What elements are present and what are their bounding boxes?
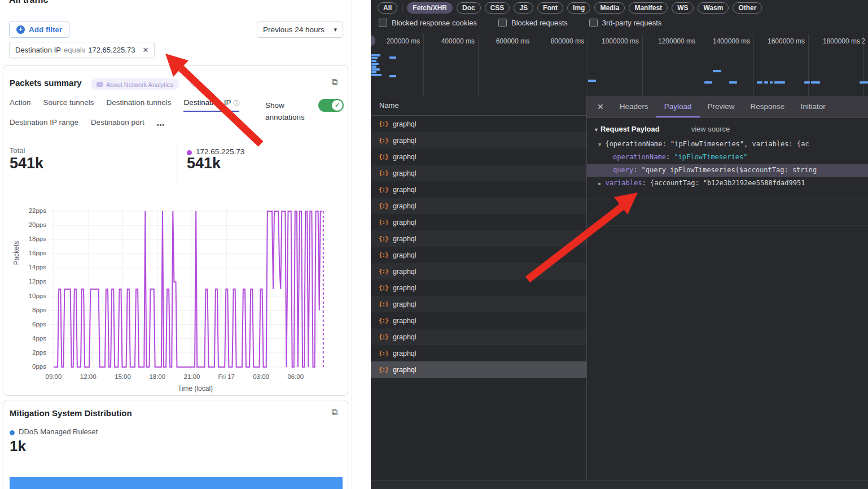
x-tick-label: 09:00: [38, 373, 69, 380]
checkbox-box[interactable]: [498, 19, 507, 27]
request-name: graphql: [393, 202, 417, 210]
tab-destination-ip-range[interactable]: Destination IP range: [10, 118, 78, 131]
tab-action[interactable]: Action: [10, 98, 31, 112]
request-row-graphql[interactable]: {:}graphql: [371, 280, 586, 296]
payload-line[interactable]: operationName: "ipFlowTimeseries": [587, 151, 868, 164]
checkbox-box[interactable]: [379, 19, 387, 27]
packets-summary-title: Packets summary: [10, 78, 82, 88]
filter-chip[interactable]: Destination IP equals 172.65.225.73 ✕: [9, 42, 155, 58]
waterfall-mark: [371, 71, 376, 73]
request-row-graphql[interactable]: {:}graphql: [371, 247, 586, 263]
request-name: graphql: [393, 219, 417, 226]
json-request-icon: {:}: [379, 219, 388, 226]
request-name: graphql: [393, 186, 417, 194]
name-column-header[interactable]: Name: [371, 96, 586, 116]
time-range-select[interactable]: Previous 24 hours ▾: [257, 21, 343, 38]
remove-filter-icon[interactable]: ✕: [142, 46, 148, 54]
total-label: Total: [10, 146, 25, 155]
toggle-knob: ✓: [332, 100, 343, 111]
tab-source-tunnels[interactable]: Source tunnels: [43, 98, 94, 112]
request-row-graphql[interactable]: {:}graphql: [371, 296, 586, 312]
expand-card-icon[interactable]: ⧉: [331, 407, 337, 417]
filter-pill-wasm[interactable]: Wasm: [698, 2, 729, 14]
panel-tab-response[interactable]: Response: [743, 96, 793, 117]
filter-pill-font[interactable]: Font: [537, 2, 563, 14]
detail-tabstrip: ✕ HeadersPayloadPreviewResponseInitiator: [587, 96, 868, 118]
request-row-graphql[interactable]: {:}graphql: [371, 116, 586, 132]
json-request-icon: {:}: [379, 251, 388, 259]
filter-pill-img[interactable]: Img: [567, 2, 590, 14]
request-row-graphql[interactable]: {:}graphql: [371, 214, 586, 230]
network-overview-timeline[interactable]: 200000 ms400000 ms600000 ms800000 ms1000…: [371, 34, 868, 97]
panel-tab-payload[interactable]: Payload: [656, 96, 700, 117]
payload-line[interactable]: ▶variables: {accountTag: "b12e3b2192ee55…: [587, 177, 868, 190]
mitigation-title: Mitigation System Distribution: [10, 408, 132, 418]
x-tick-label: 21:00: [176, 373, 208, 380]
request-row-graphql[interactable]: {:}graphql: [371, 263, 586, 280]
payload-line[interactable]: ▼{operationName: "ipFlowTimeseries", var…: [587, 138, 868, 151]
request-row-graphql[interactable]: {:}graphql: [371, 230, 586, 247]
expand-card-icon[interactable]: ⧉: [331, 77, 337, 87]
timeline-tick-label: 600000 ms: [475, 37, 529, 45]
request-row-graphql[interactable]: {:}graphql: [371, 361, 586, 378]
checkbox-box[interactable]: [589, 19, 598, 27]
panel-tab-initiator[interactable]: Initiator: [792, 96, 833, 117]
request-row-graphql[interactable]: {:}graphql: [371, 165, 586, 181]
close-panel-icon[interactable]: ✕: [587, 102, 612, 111]
section-divider: [587, 199, 868, 199]
add-filter-button[interactable]: + Add filter: [9, 21, 69, 38]
tab-destination-port[interactable]: Destination port: [91, 118, 144, 131]
tree-arrow-icon[interactable]: ▶: [598, 181, 601, 186]
filter-pill-css[interactable]: CSS: [485, 2, 510, 14]
request-name: graphql: [393, 120, 417, 128]
tab-destination-ip[interactable]: Destination IPⓘ: [183, 98, 239, 112]
checkbox-3rd-party-requests[interactable]: 3rd-party requests: [589, 19, 662, 27]
request-row-graphql[interactable]: {:}graphql: [371, 329, 586, 345]
view-source-link[interactable]: view source: [691, 125, 730, 133]
filter-value: 172.65.225.73: [88, 46, 135, 54]
y-tick-label: 0pps: [17, 363, 46, 370]
info-icon[interactable]: ⓘ: [233, 99, 239, 106]
about-network-analytics-badge[interactable]: About Network Analytics: [91, 78, 179, 90]
request-row-graphql[interactable]: {:}graphql: [371, 181, 586, 198]
request-row-graphql[interactable]: {:}graphql: [371, 198, 586, 214]
y-tick-label: 18pps: [17, 235, 46, 242]
request-row-graphql[interactable]: {:}graphql: [371, 149, 586, 165]
request-row-graphql[interactable]: {:}graphql: [371, 312, 586, 329]
filter-pill-all[interactable]: All: [378, 2, 397, 14]
waterfall-mark: [729, 81, 737, 84]
dimension-tabs-row2: Destination IP rangeDestination port•••: [10, 118, 165, 131]
json-request-icon: {:}: [379, 317, 388, 324]
waterfall-mark: [371, 63, 379, 65]
show-annotations-toggle[interactable]: ✓: [318, 99, 344, 112]
request-name: graphql: [393, 235, 417, 243]
timeline-tick-label: 800000 ms: [530, 37, 584, 45]
check-icon: ✓: [335, 102, 340, 109]
request-name: graphql: [393, 137, 417, 145]
filter-pill-fetch-xhr[interactable]: Fetch/XHR: [407, 2, 453, 14]
checkbox-blocked-requests[interactable]: Blocked requests: [498, 19, 568, 27]
checkbox-blocked-response-cookies[interactable]: Blocked response cookies: [379, 19, 477, 27]
filter-pill-media[interactable]: Media: [594, 2, 625, 14]
plus-icon: +: [16, 25, 25, 34]
tree-arrow-icon[interactable]: ▼: [598, 142, 601, 147]
filter-pill-doc[interactable]: Doc: [457, 2, 481, 14]
request-payload-title[interactable]: Request Payload: [594, 125, 660, 133]
filter-pill-other[interactable]: Other: [733, 2, 762, 14]
request-row-graphql[interactable]: {:}graphql: [371, 345, 586, 361]
x-tick-label: 12:00: [72, 373, 104, 380]
panel-tab-headers[interactable]: Headers: [612, 96, 656, 117]
x-tick-label: 18:00: [142, 373, 173, 380]
payload-line[interactable]: query: "query ipFlowTimeseries($accountT…: [587, 164, 868, 177]
time-range-label: Previous 24 hours: [263, 25, 325, 34]
request-rows: {:}graphql{:}graphql{:}graphql{:}graphql…: [371, 116, 586, 378]
request-row-graphql[interactable]: {:}graphql: [371, 132, 586, 149]
panel-tab-preview[interactable]: Preview: [700, 96, 743, 117]
filter-pill-js[interactable]: JS: [514, 2, 533, 14]
filter-pill-ws[interactable]: WS: [672, 2, 694, 14]
tab-destination-tunnels[interactable]: Destination tunnels: [107, 98, 172, 112]
filter-pill-manifest[interactable]: Manifest: [629, 2, 668, 14]
timeline-tick-label: 1600000 ms: [751, 37, 805, 45]
more-tabs-button[interactable]: •••: [157, 121, 165, 128]
request-payload-header: Request Payload view source: [587, 118, 868, 138]
